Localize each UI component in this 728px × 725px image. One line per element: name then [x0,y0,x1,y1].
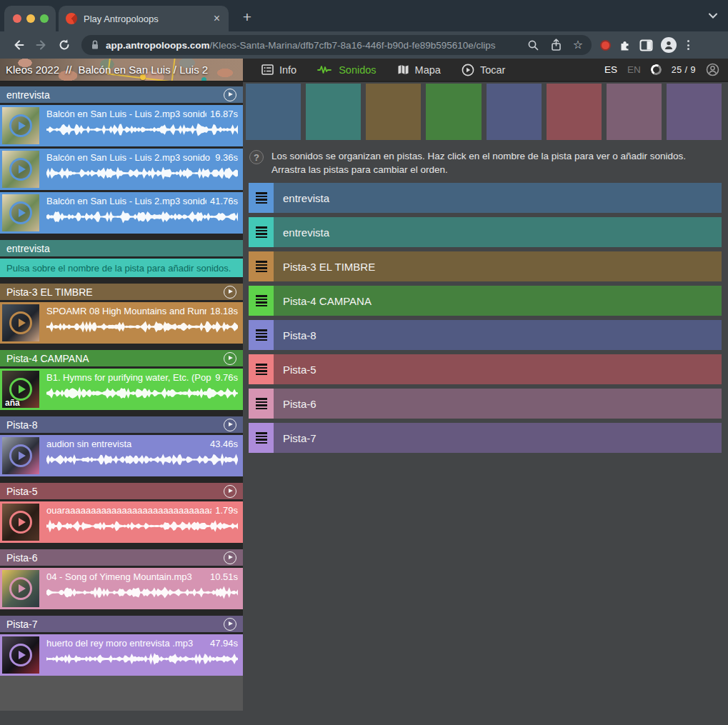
clip-play-button[interactable] [9,311,32,334]
clip-thumbnail[interactable] [2,504,39,541]
track-row[interactable]: Pista-5 [249,354,722,384]
track-color-swatch[interactable] [426,84,481,140]
clip-play-button[interactable] [9,444,32,467]
browser-tab[interactable]: Play Antropoloops × [59,6,229,31]
track-row-bar[interactable]: entrevista [274,183,722,213]
window-minimize-button[interactable] [26,14,35,23]
lang-en-button[interactable]: EN [627,64,641,75]
drag-handle-icon[interactable] [249,183,274,213]
clip-play-button[interactable] [9,577,32,600]
clip-thumbnail[interactable] [2,570,39,607]
clip-item[interactable]: aña B1. Hymns for purifying water, Etc. … [0,369,243,410]
url-bar[interactable]: app.antropoloops.com/Kleos-Santa-Marina/… [81,35,592,55]
track-header[interactable]: Pista-7 [0,616,243,632]
clip-thumbnail[interactable] [2,636,39,674]
track-color-swatch[interactable] [366,84,421,140]
track-row-bar[interactable]: Pista-4 CAMPANA [274,286,722,316]
location-map-thumbnail[interactable]: Kleos 2022 // Balcón en San Luis / Luis … [0,59,243,81]
track-row-bar[interactable]: Pista-7 [274,423,722,453]
track-play-button[interactable] [224,419,236,431]
track-play-button[interactable] [224,89,236,101]
track-row[interactable]: Pista-8 [249,320,722,350]
track-header[interactable]: Pista-3 EL TIMBRE [0,284,243,300]
track-header[interactable]: Pista-6 [0,549,243,566]
track-row[interactable]: Pista-4 CAMPANA [249,286,722,316]
recording-extension-icon[interactable] [600,40,611,51]
track-color-swatch[interactable] [487,84,542,140]
track-row-bar[interactable]: Pista-8 [274,320,722,350]
clip-item[interactable]: 04 - Song of Yimeng Mountain.mp3 10.51s [0,568,243,609]
drag-handle-icon[interactable] [249,251,274,281]
track-row-bar[interactable]: Pista-3 EL TIMBRE [274,251,722,281]
clip-play-button[interactable] [9,114,32,137]
new-tab-button[interactable]: + [237,7,257,27]
nav-info[interactable]: Info [261,64,296,76]
window-zoom-button[interactable] [40,14,49,23]
tab-close-icon[interactable]: × [212,13,221,24]
track-row[interactable]: entrevista [249,217,722,247]
breadcrumb[interactable]: Kleos 2022 // Balcón en San Luis / Luis … [6,59,208,81]
back-button[interactable] [7,34,30,56]
track-header[interactable]: entrevista [0,86,243,103]
clip-item[interactable]: huerto del rey moro entrevista .mp3 47.9… [0,634,243,676]
track-header[interactable]: entrevista [0,240,243,256]
clip-item[interactable]: Balcón en San Luis - Luis 2.mp3 sonido h… [0,105,243,146]
clip-thumbnail[interactable] [2,437,39,474]
track-header[interactable]: Pista-8 [0,416,243,433]
drag-handle-icon[interactable] [249,217,274,247]
clip-play-button[interactable] [9,201,32,224]
drag-handle-icon[interactable] [249,423,274,453]
clip-item[interactable]: ouaraaaaaaaaaaaaaaaaaaaaaaaaaaaaaaaaaaaa… [0,501,243,543]
track-row[interactable]: Pista-6 [249,389,722,419]
clip-thumbnail[interactable] [2,151,39,188]
forward-button[interactable] [30,34,53,56]
reload-button[interactable] [53,34,76,56]
track-row[interactable]: Pista-3 EL TIMBRE [249,251,722,281]
tab-search-chevron-icon[interactable] [708,12,718,19]
clip-item[interactable]: Balcón en San Luis - Luis 2.mp3 sonido h… [0,149,243,190]
track-color-swatch[interactable] [667,84,722,140]
zoom-page-icon[interactable] [527,39,539,51]
clip-play-button[interactable] [9,158,32,181]
clip-item[interactable]: SPOAMR 08 High Mountains and Running ...… [0,302,243,344]
track-row-bar[interactable]: Pista-5 [274,354,722,384]
track-color-swatch[interactable] [246,84,301,140]
window-close-button[interactable] [13,14,21,23]
clip-item[interactable]: Balcón en San Luis - Luis 2.mp3 sonido h… [0,192,243,234]
track-color-swatch[interactable] [306,84,361,140]
nav-mapa[interactable]: Mapa [397,64,441,76]
track-header[interactable]: Pista-4 CAMPANA [0,350,243,366]
nav-sonidos[interactable]: Sonidos [317,64,376,76]
drag-handle-icon[interactable] [249,389,274,419]
track-play-button[interactable] [224,618,236,631]
track-row[interactable]: entrevista [249,183,722,213]
share-icon[interactable] [550,39,562,51]
track-row[interactable]: Pista-7 [249,423,722,453]
track-header[interactable]: Pista-5 [0,483,243,499]
track-color-swatch[interactable] [607,84,662,140]
account-icon[interactable] [706,63,719,76]
clip-thumbnail[interactable] [2,107,39,144]
track-play-button[interactable] [224,352,236,365]
clip-thumbnail[interactable] [2,194,39,231]
clip-item[interactable]: audion sin entrevista 43.46s [0,435,243,476]
track-row-bar[interactable]: entrevista [274,217,722,247]
drag-handle-icon[interactable] [249,286,274,316]
browser-menu-icon[interactable] [684,40,692,50]
browser-profile-avatar[interactable] [661,37,677,53]
clip-play-button[interactable] [9,644,32,666]
drag-handle-icon[interactable] [249,354,274,384]
clip-thumbnail[interactable]: aña [2,371,39,408]
breadcrumb-project[interactable]: Kleos 2022 [6,64,59,76]
side-panel-icon[interactable] [639,39,653,51]
track-color-swatch[interactable] [547,84,602,140]
nav-tocar[interactable]: Tocar [462,64,505,76]
bookmark-star-icon[interactable]: ☆ [573,39,583,51]
lock-icon[interactable] [90,39,100,51]
clip-thumbnail[interactable] [2,304,39,341]
track-row-bar[interactable]: Pista-6 [274,389,722,419]
track-play-button[interactable] [224,286,236,299]
extensions-puzzle-icon[interactable] [619,39,632,51]
drag-handle-icon[interactable] [249,320,274,350]
track-play-button[interactable] [224,551,236,564]
